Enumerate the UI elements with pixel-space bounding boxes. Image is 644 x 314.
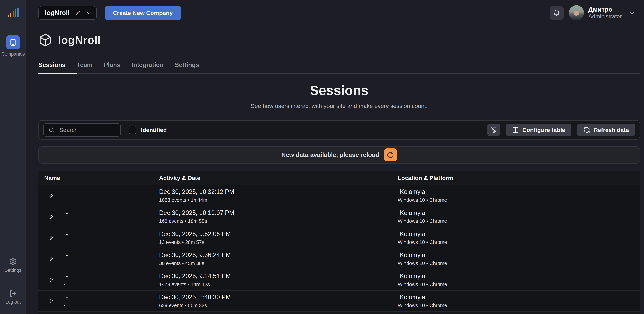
tab-team[interactable]: Team	[77, 61, 104, 73]
session-activity-cell: Dec 30, 2025, 10:32:12 PM 1083 events • …	[159, 188, 398, 203]
session-name-cell: - -	[38, 294, 159, 308]
session-activity: 168 events • 18m 55s	[159, 218, 398, 224]
filter-off-icon	[490, 127, 497, 133]
sidebar-item-logout[interactable]: Log out	[5, 290, 21, 305]
configure-table-button[interactable]: Configure table	[506, 124, 571, 136]
refresh-data-label: Refresh data	[594, 127, 629, 133]
session-date: Dec 30, 2025, 10:32:12 PM	[159, 188, 398, 196]
table-grid-icon	[512, 126, 519, 133]
table-row[interactable]: - - Dec 30, 2025, 9:52:06 PM 13 events •…	[38, 227, 640, 248]
identified-checkbox[interactable]	[128, 126, 136, 134]
session-city: Kolomyia	[398, 230, 640, 238]
bell-icon	[553, 10, 560, 16]
hero-title: Sessions	[38, 82, 640, 98]
session-activity: 639 events • 50m 32s	[159, 302, 398, 308]
session-city: Kolomyia	[398, 272, 640, 280]
session-city: Kolomyia	[398, 209, 640, 216]
banner-message: New data available, please reload	[281, 151, 379, 158]
session-name-lines: - -	[64, 188, 68, 203]
clear-selection-icon[interactable]	[76, 10, 81, 16]
session-name: -	[64, 210, 68, 216]
tab-integration[interactable]: Integration	[132, 61, 175, 73]
refresh-data-button[interactable]: Refresh data	[577, 124, 635, 136]
session-location-cell: Kolomyia Windows 10 • Chrome	[398, 209, 640, 224]
sidebar-item-settings[interactable]: Settings	[5, 258, 22, 273]
session-location-cell: Kolomyia Windows 10 • Chrome	[398, 188, 640, 203]
app-logo-barchart-icon	[8, 8, 18, 18]
clear-filters-button[interactable]	[488, 124, 500, 136]
user-info: Дмитро Administrator	[588, 6, 622, 20]
table-row[interactable]: - - Dec 30, 2025, 10:32:12 PM 1083 event…	[38, 185, 640, 206]
session-activity: 13 events • 28m 57s	[159, 239, 398, 245]
new-data-banner: New data available, please reload	[38, 146, 640, 164]
search-wrap	[43, 123, 121, 136]
table-row-partial[interactable]	[38, 311, 640, 314]
search-icon	[48, 127, 55, 133]
chevron-down-icon[interactable]	[86, 10, 92, 16]
page-title: logNroll	[58, 34, 101, 46]
session-name-lines: - -	[64, 230, 68, 245]
session-name-cell: - -	[38, 252, 159, 266]
session-city: Kolomyia	[398, 188, 640, 196]
table-row[interactable]: - - Dec 30, 2025, 8:48:30 PM 639 events …	[38, 290, 640, 311]
column-header-name: Name	[38, 175, 159, 181]
session-platform: Windows 10 • Chrome	[398, 302, 640, 308]
session-date: Dec 30, 2025, 9:36:24 PM	[159, 252, 398, 259]
filters-toolbar: Identified Configure table	[38, 120, 640, 140]
sidebar: Companies Settings Log out	[0, 0, 26, 314]
expand-row-icon[interactable]	[48, 214, 54, 220]
table-body: - - Dec 30, 2025, 10:32:12 PM 1083 event…	[38, 185, 640, 314]
session-name: -	[64, 252, 68, 258]
session-date: Dec 30, 2025, 10:19:07 PM	[159, 209, 398, 216]
expand-row-icon[interactable]	[48, 298, 54, 304]
expand-row-icon[interactable]	[48, 277, 54, 283]
session-name: -	[64, 294, 68, 301]
create-new-company-button[interactable]: Create New Company	[105, 6, 181, 20]
tab-settings[interactable]: Settings	[175, 61, 210, 73]
sessions-table: Name Activity & Date Location & Platform…	[38, 171, 640, 314]
session-subname: -	[64, 281, 68, 287]
session-name: -	[64, 230, 68, 238]
companies-tile[interactable]	[6, 35, 20, 49]
main-area: logNroll Create New Company Дмитро Admin…	[26, 0, 644, 314]
expand-row-icon[interactable]	[48, 235, 54, 241]
user-menu-chevron-icon[interactable]	[628, 9, 636, 16]
identified-label[interactable]: Identified	[141, 127, 167, 133]
session-name-lines: - -	[64, 294, 68, 308]
hero-subtitle: See how users interact with your site an…	[38, 103, 640, 109]
building-icon	[9, 38, 17, 46]
company-selector[interactable]: logNroll	[38, 6, 97, 20]
table-row[interactable]: - - Dec 30, 2025, 9:24:51 PM 1479 events…	[38, 269, 640, 290]
gear-icon	[9, 258, 17, 266]
column-header-location: Location & Platform	[398, 175, 640, 181]
expand-row-icon[interactable]	[48, 256, 54, 262]
tab-plans[interactable]: Plans	[104, 61, 132, 73]
sidebar-settings-label: Settings	[5, 268, 22, 273]
notifications-button[interactable]	[550, 6, 564, 20]
session-platform: Windows 10 • Chrome	[398, 197, 640, 203]
session-name-cell: - -	[38, 210, 159, 224]
expand-row-icon[interactable]	[48, 192, 54, 199]
table-header: Name Activity & Date Location & Platform	[38, 171, 640, 185]
user-avatar[interactable]	[569, 5, 584, 20]
rotate-cw-icon	[387, 151, 394, 158]
company-selector-value: logNroll	[45, 9, 76, 17]
session-date: Dec 30, 2025, 9:24:51 PM	[159, 272, 398, 280]
table-row[interactable]: - - Dec 30, 2025, 9:36:24 PM 30 events •…	[38, 248, 640, 269]
sidebar-logout-label: Log out	[5, 300, 21, 305]
session-platform: Windows 10 • Chrome	[398, 282, 640, 287]
refresh-icon	[583, 126, 590, 133]
tab-bar: Sessions Team Plans Integration Settings	[38, 61, 640, 74]
session-platform: Windows 10 • Chrome	[398, 218, 640, 224]
session-platform: Windows 10 • Chrome	[398, 260, 640, 266]
session-name-cell: - -	[38, 273, 159, 287]
sidebar-item-label: Companies	[1, 52, 25, 57]
tab-sessions[interactable]: Sessions	[38, 61, 77, 73]
session-location-cell: Kolomyia Windows 10 • Chrome	[398, 230, 640, 245]
sidebar-item-companies[interactable]: Companies	[1, 35, 25, 57]
reload-button[interactable]	[384, 148, 397, 162]
table-row[interactable]: - - Dec 30, 2025, 10:19:07 PM 168 events…	[38, 206, 640, 227]
company-header: logNroll	[38, 33, 640, 47]
session-name-cell: - -	[38, 230, 159, 245]
user-name: Дмитро	[588, 6, 622, 13]
